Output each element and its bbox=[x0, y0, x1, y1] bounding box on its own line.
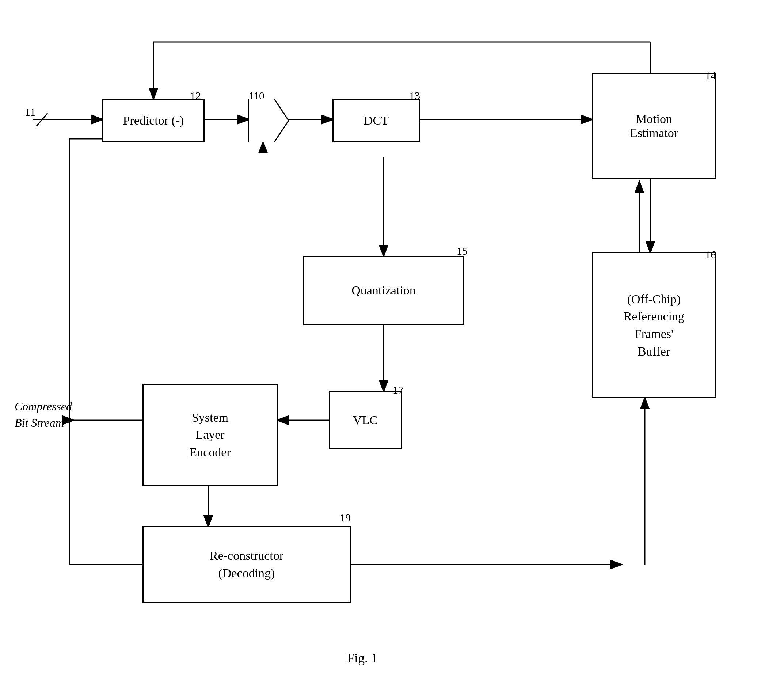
vlc-block: VLC bbox=[329, 391, 402, 449]
reconstructor-label: Re-constructor (Decoding) bbox=[210, 547, 283, 582]
motion-estimator-label: Motion Estimator bbox=[630, 112, 678, 140]
subtractor-symbol bbox=[249, 99, 288, 143]
ref-19: 19 bbox=[340, 512, 351, 524]
ref-16: 16 bbox=[705, 249, 716, 261]
dct-block: DCT bbox=[333, 99, 420, 143]
quantization-label: Quantization bbox=[351, 283, 416, 298]
off-chip-label: (Off-Chip) Referencing Frames' Buffer bbox=[624, 290, 684, 360]
dct-label: DCT bbox=[364, 114, 389, 128]
compressed-label: CompressedBit Stream bbox=[15, 398, 72, 431]
ref-15: 15 bbox=[457, 245, 468, 257]
quantization-block: Quantization bbox=[303, 256, 464, 325]
vlc-label: VLC bbox=[353, 413, 378, 427]
ref-17: 17 bbox=[393, 384, 404, 396]
off-chip-block: (Off-Chip) Referencing Frames' Buffer bbox=[592, 252, 716, 398]
motion-estimator-block: Motion Estimator bbox=[592, 73, 716, 179]
ref-13: 13 bbox=[409, 89, 420, 102]
reconstructor-block: Re-constructor (Decoding) bbox=[142, 526, 351, 603]
predictor-label: Predictor (-) bbox=[123, 114, 184, 128]
ref-11: 11 bbox=[25, 106, 35, 119]
system-layer-block: System Layer Encoder bbox=[142, 384, 278, 486]
predictor-block: Predictor (-) bbox=[102, 99, 204, 143]
svg-line-4 bbox=[36, 113, 48, 126]
diagram: 11 Predictor (-) 12 110 DCT 13 Motion Es… bbox=[0, 0, 784, 688]
ref-12: 12 bbox=[190, 89, 201, 102]
system-layer-label: System Layer Encoder bbox=[189, 409, 231, 461]
svg-marker-25 bbox=[249, 99, 288, 143]
figure-label: Fig. 1 bbox=[347, 650, 378, 666]
ref-14: 14 bbox=[705, 69, 716, 82]
